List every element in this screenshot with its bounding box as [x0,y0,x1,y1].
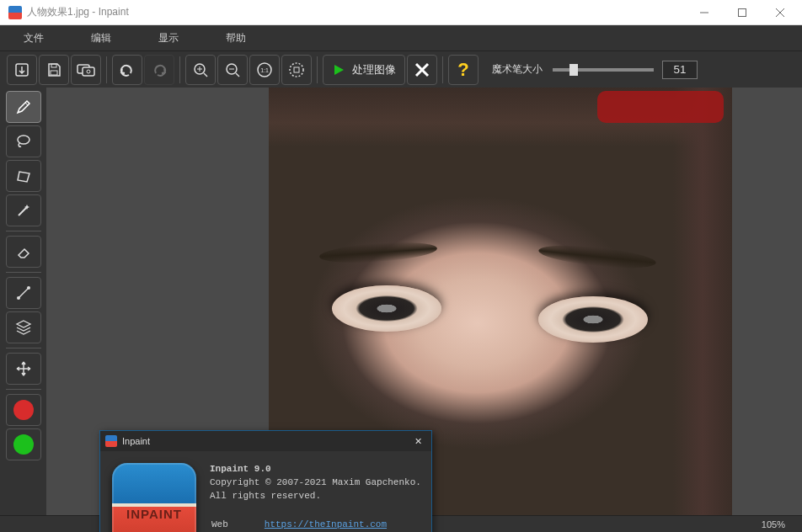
menu-file[interactable]: 文件 [0,25,67,51]
marker-tool[interactable] [6,91,41,123]
compare-button[interactable] [71,55,101,85]
svg-line-11 [204,73,207,77]
zoom-in-button[interactable] [185,55,216,85]
brush-size-input[interactable] [662,61,698,79]
svg-line-15 [236,73,239,77]
svg-text:1:1: 1:1 [260,67,269,73]
svg-rect-1 [738,8,746,16]
svg-point-19 [290,63,303,77]
help-button[interactable]: ? [448,55,479,85]
brush-size-slider[interactable] [553,68,654,72]
layers-tool[interactable] [6,311,41,343]
svg-line-27 [19,289,28,297]
undo-button[interactable] [112,55,142,85]
about-logo: INPAINT [112,463,196,532]
zoom-fit-button[interactable] [281,55,312,85]
about-web-link[interactable]: https://theInpaint.com [265,519,387,529]
about-text: Inpaint 9.0 Copyright © 2007-2021 Maxim … [210,463,451,532]
inpaint-mask [597,91,724,123]
about-dialog: Inpaint ✕ INPAINT Inpaint 9.0 Copyright … [99,430,432,532]
about-titlebar[interactable]: Inpaint ✕ [100,431,431,451]
play-icon [332,63,345,77]
redo-button[interactable] [144,55,174,85]
donor-color[interactable] [6,428,41,460]
tool-sidebar [0,88,46,515]
mask-color[interactable] [6,394,41,426]
svg-rect-6 [51,71,57,75]
app-icon [105,435,117,447]
zoom-level: 105% [762,519,785,529]
menu-edit[interactable]: 编辑 [67,25,135,51]
maximize-button[interactable] [723,0,761,25]
minimize-button[interactable] [685,0,723,25]
menu-help[interactable]: 帮助 [202,25,270,51]
menu-view[interactable]: 显示 [135,25,202,51]
svg-line-24 [19,207,27,215]
lasso-tool[interactable] [6,125,41,157]
window-titlebar: 人物效果1.jpg - Inpaint [0,0,802,25]
about-product: Inpaint 9.0 [210,464,271,474]
canvas-area[interactable]: Inpaint ✕ INPAINT Inpaint 9.0 Copyright … [46,88,802,515]
svg-rect-8 [83,67,94,76]
toolbar: 1:1 处理图像 ? 魔术笔大小 [0,51,802,88]
zoom-out-button[interactable] [217,55,248,85]
about-copyright: Copyright © 2007-2021 Maxim Gapchenko. [210,477,421,487]
brush-size-label: 魔术笔大小 [492,62,543,77]
app-icon [8,6,22,19]
about-rights: All rights reserved. [210,491,321,501]
close-button[interactable] [761,0,799,25]
magic-wand-tool[interactable] [6,194,41,226]
move-tool[interactable] [6,353,41,385]
menu-bar: 文件 编辑 显示 帮助 [0,25,802,51]
svg-point-23 [18,136,29,144]
window-title: 人物效果1.jpg - Inpaint [27,5,129,19]
svg-rect-20 [294,67,299,72]
open-button[interactable] [7,55,37,85]
save-button[interactable] [39,55,69,85]
about-title: Inpaint [122,436,150,446]
line-tool[interactable] [6,277,41,309]
process-label: 处理图像 [352,62,396,77]
about-close-button[interactable]: ✕ [409,436,426,447]
process-button[interactable]: 处理图像 [323,55,405,85]
polygon-tool[interactable] [6,160,41,192]
eraser-tool[interactable] [6,236,41,268]
zoom-actual-button[interactable]: 1:1 [249,55,280,85]
cancel-button[interactable] [407,55,437,85]
